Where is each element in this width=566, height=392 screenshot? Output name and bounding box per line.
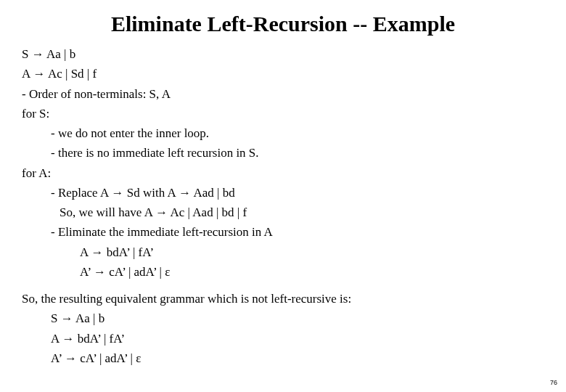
for-a-line3: - Eliminate the immediate left-recursion… xyxy=(22,224,544,240)
for-a-line1: - Replace A → Sd with A → Aad | bd xyxy=(22,185,544,200)
page-number: 76 xyxy=(550,379,557,386)
for-s-line1: - we do not enter the inner loop. xyxy=(22,126,544,141)
for-s-head: for S: xyxy=(22,106,544,121)
grammar-s: S → Aa | b xyxy=(22,46,544,62)
for-a-line2: So, we will have A → Ac | Aad | bd | f xyxy=(22,205,544,220)
result-line3: A’ → cA’ | adA’ | ε xyxy=(22,351,544,366)
result-head: So, the resulting equivalent grammar whi… xyxy=(22,291,544,306)
grammar-a: A → Ac | Sd | f xyxy=(22,66,544,81)
slide: Eliminate Left-Recursion -- Example S → … xyxy=(0,0,566,392)
result-line2: A → bdA’ | fA’ xyxy=(22,331,544,346)
for-s-line2: - there is no immediate left recursion i… xyxy=(22,145,544,160)
slide-body: S → Aa | b A → Ac | Sd | f - Order of no… xyxy=(22,46,544,366)
for-a-head: for A: xyxy=(22,166,544,181)
for-a-line5: A’ → cA’ | adA’ | ε xyxy=(22,264,544,279)
result-line1: S → Aa | b xyxy=(22,311,544,326)
slide-title: Eliminate Left-Recursion -- Example xyxy=(22,12,544,36)
order-line: - Order of non-terminals: S, A xyxy=(22,86,544,102)
for-a-line4: A → bdA’ | fA’ xyxy=(22,245,544,260)
